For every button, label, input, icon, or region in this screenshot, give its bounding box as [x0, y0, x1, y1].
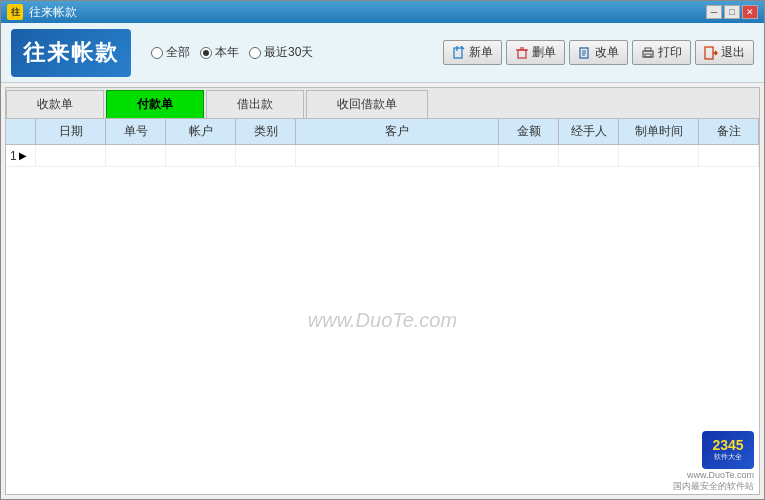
delete-icon [515, 46, 529, 60]
cell-handler [559, 145, 619, 166]
svg-rect-0 [454, 48, 462, 58]
bottom-logo-number: 2345 [712, 438, 743, 452]
col-date: 日期 [36, 119, 106, 144]
svg-rect-11 [645, 48, 651, 51]
col-order-no: 单号 [106, 119, 166, 144]
radio-year-input[interactable] [200, 47, 212, 59]
minimize-button[interactable]: ─ [706, 5, 722, 19]
bottom-logo: 2345 软件大全 www.DuoTe.com 国内最安全的软件站 [673, 431, 754, 493]
exit-button-label: 退出 [721, 44, 745, 61]
tab-receipts[interactable]: 收款单 [6, 90, 104, 118]
col-account: 帐户 [166, 119, 236, 144]
col-create-time: 制单时间 [619, 119, 699, 144]
radio-last30-input[interactable] [249, 47, 261, 59]
filter-current-year[interactable]: 本年 [200, 44, 239, 61]
content-area: 收款单 付款单 借出款 收回借款单 日期 单号 帐户 类别 客户 金额 经手人 … [5, 87, 760, 495]
tab-loan-returns[interactable]: 收回借款单 [306, 90, 428, 118]
bottom-logo-subtitle: 软件大全 [714, 452, 742, 462]
radio-last30-label: 最近30天 [264, 44, 313, 61]
row-number: 1 [10, 149, 17, 163]
new-button[interactable]: 新单 [443, 40, 502, 65]
logo-box: 往来帐款 [11, 29, 131, 77]
cell-remark [699, 145, 759, 166]
window-icon: 往 [7, 4, 23, 20]
bottom-logo-url: www.DuoTe.com [687, 470, 754, 480]
main-content: 收款单 付款单 借出款 收回借款单 日期 单号 帐户 类别 客户 金额 经手人 … [1, 83, 764, 499]
header-area: 往来帐款 全部 本年 最近30天 新单 [1, 23, 764, 83]
logo-text: 往来帐款 [23, 38, 119, 68]
radio-all-input[interactable] [151, 47, 163, 59]
maximize-button[interactable]: □ [724, 5, 740, 19]
cell-create-time [619, 145, 699, 166]
col-customer: 客户 [296, 119, 499, 144]
col-remark: 备注 [699, 119, 759, 144]
window-title: 往来帐款 [29, 4, 706, 21]
filter-all[interactable]: 全部 [151, 44, 190, 61]
title-controls: ─ □ ✕ [706, 5, 758, 19]
radio-all-label: 全部 [166, 44, 190, 61]
edit-button-label: 改单 [595, 44, 619, 61]
print-icon [641, 46, 655, 60]
title-bar: 往 往来帐款 ─ □ ✕ [1, 1, 764, 23]
print-button-label: 打印 [658, 44, 682, 61]
row-num-cell: 1 ▶ [6, 145, 36, 166]
watermark: www.DuoTe.com [308, 308, 457, 331]
table-body: 1 ▶ www.DuoTe.com [6, 145, 759, 494]
filter-group: 全部 本年 最近30天 [151, 44, 443, 61]
edit-icon [578, 46, 592, 60]
delete-button[interactable]: 删单 [506, 40, 565, 65]
filter-last30[interactable]: 最近30天 [249, 44, 313, 61]
col-amount: 金额 [499, 119, 559, 144]
cell-amount [499, 145, 559, 166]
col-category: 类别 [236, 119, 296, 144]
row-arrow-icon: ▶ [19, 150, 27, 161]
tabs-row: 收款单 付款单 借出款 收回借款单 [6, 88, 759, 119]
exit-icon [704, 46, 718, 60]
new-button-label: 新单 [469, 44, 493, 61]
edit-button[interactable]: 改单 [569, 40, 628, 65]
new-icon [452, 46, 466, 60]
col-num [6, 119, 36, 144]
bottom-logo-desc: 国内最安全的软件站 [673, 480, 754, 493]
cell-account [166, 145, 236, 166]
tab-loans[interactable]: 借出款 [206, 90, 304, 118]
exit-button[interactable]: 退出 [695, 40, 754, 65]
cell-customer [296, 145, 499, 166]
table-row[interactable]: 1 ▶ [6, 145, 759, 167]
table-header: 日期 单号 帐户 类别 客户 金额 经手人 制单时间 备注 [6, 119, 759, 145]
cell-date [36, 145, 106, 166]
main-window: 往 往来帐款 ─ □ ✕ 往来帐款 全部 本年 最近30天 [0, 0, 765, 500]
tab-payments[interactable]: 付款单 [106, 90, 204, 118]
print-button[interactable]: 打印 [632, 40, 691, 65]
radio-year-label: 本年 [215, 44, 239, 61]
svg-rect-12 [645, 54, 651, 57]
toolbar: 新单 删单 改单 打印 [443, 40, 754, 65]
svg-rect-3 [518, 50, 526, 58]
close-button[interactable]: ✕ [742, 5, 758, 19]
svg-rect-13 [705, 47, 713, 59]
col-handler: 经手人 [559, 119, 619, 144]
cell-category [236, 145, 296, 166]
delete-button-label: 删单 [532, 44, 556, 61]
cell-order-no [106, 145, 166, 166]
